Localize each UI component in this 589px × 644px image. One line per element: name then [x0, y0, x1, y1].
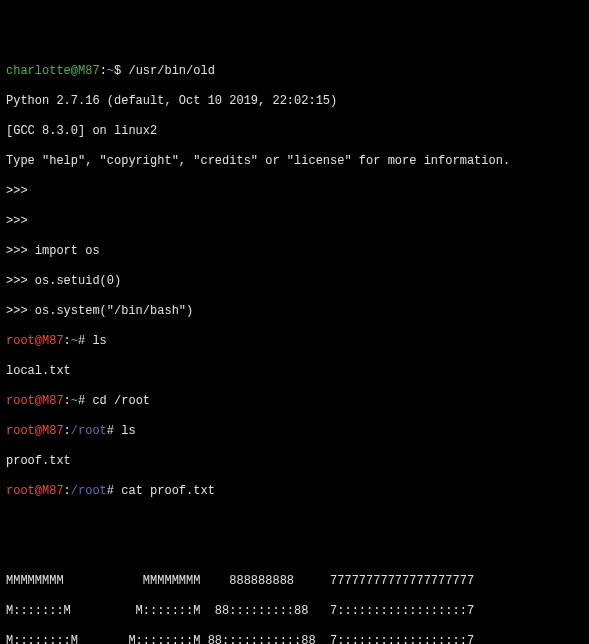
command[interactable]: cat proof.txt	[121, 484, 215, 498]
repl-system[interactable]: >>> os.system("/bin/bash")	[6, 304, 583, 319]
root-prompt-line: root@M87:~# cd /root	[6, 394, 583, 409]
repl-prompt[interactable]: >>>	[6, 214, 583, 229]
root-prompt-line: root@M87:/root# ls	[6, 424, 583, 439]
root-prompt-line: root@M87:~# ls	[6, 334, 583, 349]
repl-import[interactable]: >>> import os	[6, 244, 583, 259]
root-user-host: root@M87	[6, 424, 64, 438]
command[interactable]: cd /root	[92, 394, 150, 408]
path: /root	[71, 484, 107, 498]
command[interactable]: ls	[92, 334, 106, 348]
prompt-line: charlotte@M87:~$ /usr/bin/old	[6, 64, 583, 79]
path: ~	[107, 64, 114, 78]
python-help: Type "help", "copyright", "credits" or "…	[6, 154, 583, 169]
path: ~	[71, 334, 78, 348]
command[interactable]: ls	[121, 424, 135, 438]
path: ~	[71, 394, 78, 408]
ls-output: local.txt	[6, 364, 583, 379]
python-version: Python 2.7.16 (default, Oct 10 2019, 22:…	[6, 94, 583, 109]
repl-prompt[interactable]: >>>	[6, 184, 583, 199]
root-user-host: root@M87	[6, 394, 64, 408]
command[interactable]: /usr/bin/old	[128, 64, 214, 78]
root-prompt-line: root@M87:/root# cat proof.txt	[6, 484, 583, 499]
root-user-host: root@M87	[6, 334, 64, 348]
root-user-host: root@M87	[6, 484, 64, 498]
ascii-art-line: M::::::::M M::::::::M 88:::::::::::88 7:…	[6, 634, 583, 644]
path: /root	[71, 424, 107, 438]
ascii-art-line: MMMMMMMM MMMMMMMM 888888888 777777777777…	[6, 574, 583, 589]
ls-output: proof.txt	[6, 454, 583, 469]
ascii-art-line: M:::::::M M:::::::M 88:::::::::88 7:::::…	[6, 604, 583, 619]
repl-setuid[interactable]: >>> os.setuid(0)	[6, 274, 583, 289]
user-host: charlotte@M87	[6, 64, 100, 78]
gcc-line: [GCC 8.3.0] on linux2	[6, 124, 583, 139]
